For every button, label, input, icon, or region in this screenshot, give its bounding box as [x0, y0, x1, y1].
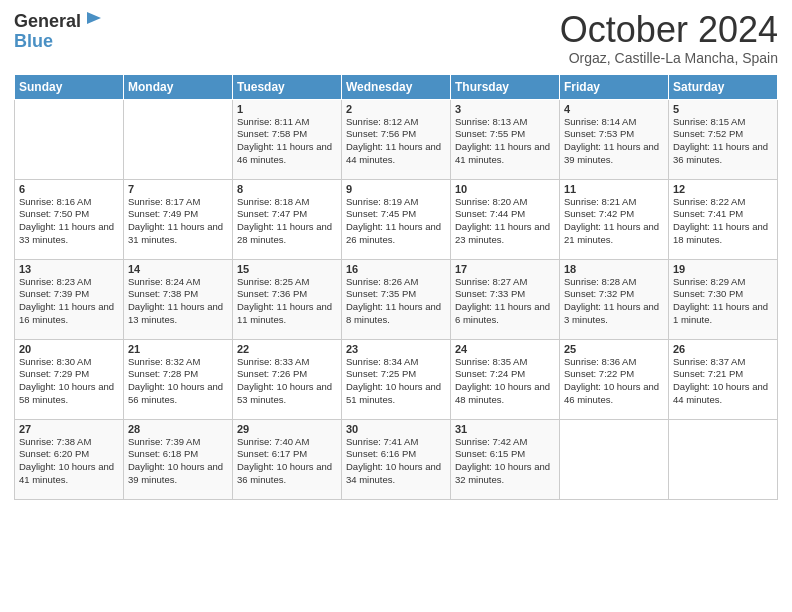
- calendar-header: Sunday Monday Tuesday Wednesday Thursday…: [15, 74, 778, 99]
- day-info: Sunrise: 8:11 AM Sunset: 7:58 PM Dayligh…: [237, 116, 337, 167]
- table-row: 4Sunrise: 8:14 AM Sunset: 7:53 PM Daylig…: [560, 99, 669, 179]
- table-row: 29Sunrise: 7:40 AM Sunset: 6:17 PM Dayli…: [233, 419, 342, 499]
- day-info: Sunrise: 8:21 AM Sunset: 7:42 PM Dayligh…: [564, 196, 664, 247]
- calendar-table: Sunday Monday Tuesday Wednesday Thursday…: [14, 74, 778, 500]
- day-number: 22: [237, 343, 337, 355]
- day-info: Sunrise: 8:26 AM Sunset: 7:35 PM Dayligh…: [346, 276, 446, 327]
- day-number: 29: [237, 423, 337, 435]
- header-row: Sunday Monday Tuesday Wednesday Thursday…: [15, 74, 778, 99]
- day-number: 3: [455, 103, 555, 115]
- day-info: Sunrise: 8:34 AM Sunset: 7:25 PM Dayligh…: [346, 356, 446, 407]
- table-row: 20Sunrise: 8:30 AM Sunset: 7:29 PM Dayli…: [15, 339, 124, 419]
- day-number: 17: [455, 263, 555, 275]
- day-info: Sunrise: 8:33 AM Sunset: 7:26 PM Dayligh…: [237, 356, 337, 407]
- day-info: Sunrise: 8:30 AM Sunset: 7:29 PM Dayligh…: [19, 356, 119, 407]
- calendar-title: October 2024: [560, 10, 778, 50]
- day-info: Sunrise: 8:28 AM Sunset: 7:32 PM Dayligh…: [564, 276, 664, 327]
- day-info: Sunrise: 7:42 AM Sunset: 6:15 PM Dayligh…: [455, 436, 555, 487]
- day-number: 7: [128, 183, 228, 195]
- table-row: 1Sunrise: 8:11 AM Sunset: 7:58 PM Daylig…: [233, 99, 342, 179]
- table-row: 6Sunrise: 8:16 AM Sunset: 7:50 PM Daylig…: [15, 179, 124, 259]
- table-row: 10Sunrise: 8:20 AM Sunset: 7:44 PM Dayli…: [451, 179, 560, 259]
- day-number: 27: [19, 423, 119, 435]
- day-number: 19: [673, 263, 773, 275]
- day-number: 25: [564, 343, 664, 355]
- day-number: 2: [346, 103, 446, 115]
- day-info: Sunrise: 8:23 AM Sunset: 7:39 PM Dayligh…: [19, 276, 119, 327]
- table-row: 8Sunrise: 8:18 AM Sunset: 7:47 PM Daylig…: [233, 179, 342, 259]
- day-info: Sunrise: 8:19 AM Sunset: 7:45 PM Dayligh…: [346, 196, 446, 247]
- day-info: Sunrise: 8:13 AM Sunset: 7:55 PM Dayligh…: [455, 116, 555, 167]
- table-row: 23Sunrise: 8:34 AM Sunset: 7:25 PM Dayli…: [342, 339, 451, 419]
- day-number: 8: [237, 183, 337, 195]
- table-row: 11Sunrise: 8:21 AM Sunset: 7:42 PM Dayli…: [560, 179, 669, 259]
- header-friday: Friday: [560, 74, 669, 99]
- table-row: 31Sunrise: 7:42 AM Sunset: 6:15 PM Dayli…: [451, 419, 560, 499]
- table-row: 15Sunrise: 8:25 AM Sunset: 7:36 PM Dayli…: [233, 259, 342, 339]
- table-row: 21Sunrise: 8:32 AM Sunset: 7:28 PM Dayli…: [124, 339, 233, 419]
- day-info: Sunrise: 8:12 AM Sunset: 7:56 PM Dayligh…: [346, 116, 446, 167]
- day-info: Sunrise: 8:25 AM Sunset: 7:36 PM Dayligh…: [237, 276, 337, 327]
- logo-blue: Blue: [14, 32, 53, 50]
- day-number: 31: [455, 423, 555, 435]
- table-row: [669, 419, 778, 499]
- table-row: 25Sunrise: 8:36 AM Sunset: 7:22 PM Dayli…: [560, 339, 669, 419]
- day-number: 11: [564, 183, 664, 195]
- table-row: 3Sunrise: 8:13 AM Sunset: 7:55 PM Daylig…: [451, 99, 560, 179]
- table-row: 28Sunrise: 7:39 AM Sunset: 6:18 PM Dayli…: [124, 419, 233, 499]
- header-thursday: Thursday: [451, 74, 560, 99]
- header-wednesday: Wednesday: [342, 74, 451, 99]
- day-number: 13: [19, 263, 119, 275]
- day-info: Sunrise: 8:32 AM Sunset: 7:28 PM Dayligh…: [128, 356, 228, 407]
- day-info: Sunrise: 8:18 AM Sunset: 7:47 PM Dayligh…: [237, 196, 337, 247]
- day-info: Sunrise: 7:40 AM Sunset: 6:17 PM Dayligh…: [237, 436, 337, 487]
- day-number: 26: [673, 343, 773, 355]
- day-number: 6: [19, 183, 119, 195]
- calendar-page: General Blue October 2024 Orgaz, Castill…: [0, 0, 792, 612]
- day-number: 28: [128, 423, 228, 435]
- day-number: 10: [455, 183, 555, 195]
- day-number: 12: [673, 183, 773, 195]
- day-number: 1: [237, 103, 337, 115]
- day-info: Sunrise: 8:29 AM Sunset: 7:30 PM Dayligh…: [673, 276, 773, 327]
- table-row: 5Sunrise: 8:15 AM Sunset: 7:52 PM Daylig…: [669, 99, 778, 179]
- day-info: Sunrise: 8:20 AM Sunset: 7:44 PM Dayligh…: [455, 196, 555, 247]
- table-row: 19Sunrise: 8:29 AM Sunset: 7:30 PM Dayli…: [669, 259, 778, 339]
- table-row: 14Sunrise: 8:24 AM Sunset: 7:38 PM Dayli…: [124, 259, 233, 339]
- table-row: [124, 99, 233, 179]
- day-info: Sunrise: 8:37 AM Sunset: 7:21 PM Dayligh…: [673, 356, 773, 407]
- day-number: 30: [346, 423, 446, 435]
- header-tuesday: Tuesday: [233, 74, 342, 99]
- table-row: 30Sunrise: 7:41 AM Sunset: 6:16 PM Dayli…: [342, 419, 451, 499]
- day-info: Sunrise: 8:27 AM Sunset: 7:33 PM Dayligh…: [455, 276, 555, 327]
- table-row: 13Sunrise: 8:23 AM Sunset: 7:39 PM Dayli…: [15, 259, 124, 339]
- table-row: 18Sunrise: 8:28 AM Sunset: 7:32 PM Dayli…: [560, 259, 669, 339]
- day-info: Sunrise: 8:36 AM Sunset: 7:22 PM Dayligh…: [564, 356, 664, 407]
- header-saturday: Saturday: [669, 74, 778, 99]
- table-row: 24Sunrise: 8:35 AM Sunset: 7:24 PM Dayli…: [451, 339, 560, 419]
- day-number: 15: [237, 263, 337, 275]
- table-row: 22Sunrise: 8:33 AM Sunset: 7:26 PM Dayli…: [233, 339, 342, 419]
- table-row: 17Sunrise: 8:27 AM Sunset: 7:33 PM Dayli…: [451, 259, 560, 339]
- day-number: 14: [128, 263, 228, 275]
- calendar-body: 1Sunrise: 8:11 AM Sunset: 7:58 PM Daylig…: [15, 99, 778, 499]
- day-number: 4: [564, 103, 664, 115]
- table-row: 12Sunrise: 8:22 AM Sunset: 7:41 PM Dayli…: [669, 179, 778, 259]
- day-info: Sunrise: 8:16 AM Sunset: 7:50 PM Dayligh…: [19, 196, 119, 247]
- day-info: Sunrise: 7:38 AM Sunset: 6:20 PM Dayligh…: [19, 436, 119, 487]
- day-info: Sunrise: 8:17 AM Sunset: 7:49 PM Dayligh…: [128, 196, 228, 247]
- day-number: 20: [19, 343, 119, 355]
- logo-flag-icon: [83, 10, 105, 32]
- table-row: [15, 99, 124, 179]
- table-row: [560, 419, 669, 499]
- header-monday: Monday: [124, 74, 233, 99]
- day-number: 18: [564, 263, 664, 275]
- day-info: Sunrise: 8:35 AM Sunset: 7:24 PM Dayligh…: [455, 356, 555, 407]
- table-row: 16Sunrise: 8:26 AM Sunset: 7:35 PM Dayli…: [342, 259, 451, 339]
- day-info: Sunrise: 8:14 AM Sunset: 7:53 PM Dayligh…: [564, 116, 664, 167]
- table-row: 9Sunrise: 8:19 AM Sunset: 7:45 PM Daylig…: [342, 179, 451, 259]
- day-info: Sunrise: 8:15 AM Sunset: 7:52 PM Dayligh…: [673, 116, 773, 167]
- logo: General Blue: [14, 10, 105, 50]
- day-number: 9: [346, 183, 446, 195]
- table-row: 7Sunrise: 8:17 AM Sunset: 7:49 PM Daylig…: [124, 179, 233, 259]
